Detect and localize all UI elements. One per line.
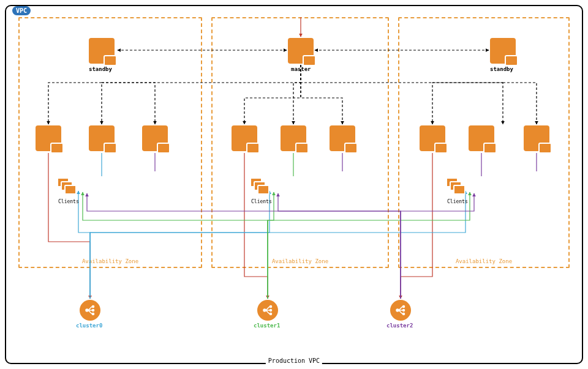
standby-db-right [490, 38, 516, 64]
load-balancer-icon [80, 300, 100, 321]
clients-group-icon [250, 177, 268, 196]
load-balancer-icon [390, 300, 411, 321]
shard-db [36, 125, 61, 151]
cluster2-label: cluster2 [386, 322, 413, 329]
standby-label: standby [89, 66, 112, 72]
shard-db [469, 125, 494, 151]
az-label: Availability Zone [272, 258, 328, 264]
vpc-title: Production VPC [266, 357, 322, 364]
clients-label: Clients [58, 199, 79, 204]
master-label: master [291, 66, 311, 72]
svg-point-6 [270, 310, 272, 311]
az-label: Availability Zone [82, 258, 138, 264]
svg-point-7 [270, 313, 272, 315]
shard-db [420, 125, 445, 151]
shard-db [281, 125, 306, 151]
shard-db [330, 125, 355, 151]
vpc-badge-icon: VPC [12, 6, 31, 15]
az-label: Availability Zone [456, 258, 512, 264]
standby-label: standby [490, 66, 513, 72]
shard-db [142, 125, 168, 151]
shard-db [89, 125, 115, 151]
svg-point-3 [92, 313, 94, 315]
cluster1-label: cluster1 [254, 322, 280, 329]
svg-point-11 [403, 313, 405, 315]
svg-point-1 [92, 306, 94, 308]
clients-group-icon [446, 177, 464, 196]
master-db [288, 38, 314, 64]
svg-point-5 [270, 306, 272, 308]
svg-point-9 [403, 306, 405, 308]
cluster0-label: cluster0 [76, 322, 102, 329]
standby-db-left [89, 38, 115, 64]
clients-label: Clients [447, 199, 468, 204]
svg-point-10 [403, 310, 405, 311]
svg-point-4 [263, 309, 266, 311]
shard-db [524, 125, 549, 151]
shard-db [232, 125, 257, 151]
load-balancer-icon [257, 300, 278, 321]
svg-point-2 [92, 310, 94, 311]
svg-point-0 [86, 309, 88, 311]
clients-group-icon [57, 177, 75, 196]
clients-label: Clients [251, 199, 272, 204]
svg-point-8 [396, 309, 399, 311]
